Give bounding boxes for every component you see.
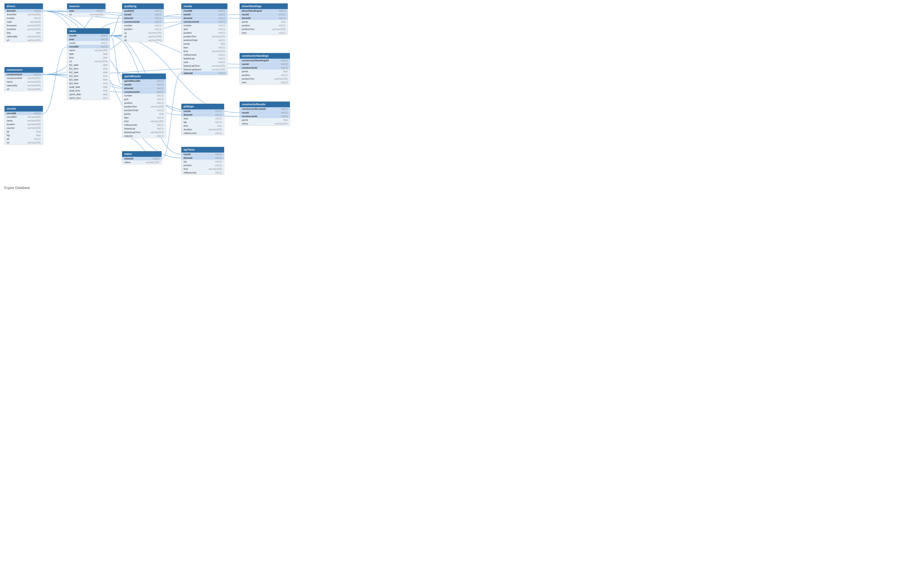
col-type: int(11) bbox=[219, 39, 225, 41]
table-row: numberint(11) bbox=[122, 94, 166, 98]
col-name: forename bbox=[7, 24, 19, 27]
table-row: pointsfloat bbox=[240, 70, 290, 74]
col-type: int(11) bbox=[157, 124, 164, 126]
col-name: wins bbox=[242, 81, 249, 84]
col-type: int(11) bbox=[281, 115, 288, 118]
col-type: varchar(255) bbox=[212, 35, 225, 38]
table-row: positionTextvarchar(255) bbox=[240, 77, 290, 81]
table-row: millisecondsint(11) bbox=[181, 53, 227, 57]
col-type: float bbox=[220, 43, 225, 45]
col-type: date bbox=[103, 78, 108, 81]
table-row: namevarchar(255) bbox=[5, 119, 43, 123]
table-row: q2varchar(255) bbox=[122, 35, 164, 38]
table-row: constructorIdint(11) bbox=[122, 90, 166, 94]
col-name: time bbox=[184, 168, 190, 170]
table-row: raceIdint(11) bbox=[181, 110, 224, 113]
table-row: fastestLapTimevarchar(255) bbox=[122, 131, 166, 134]
table-seasons: seasonsyearint(11)urlvarchar(255) bbox=[67, 3, 106, 16]
table-header-driverStandings: driverStandings bbox=[240, 3, 288, 9]
col-type: int(11) bbox=[101, 42, 108, 44]
col-type: int(11) bbox=[281, 67, 288, 69]
col-type: varchar(255) bbox=[28, 28, 41, 30]
col-type: int(11) bbox=[157, 87, 164, 90]
col-name: milliseconds bbox=[184, 132, 199, 134]
col-name: code bbox=[7, 21, 14, 23]
col-type: time bbox=[103, 89, 108, 92]
col-name: name bbox=[7, 80, 15, 83]
table-header-qualifying: qualifying bbox=[122, 3, 164, 9]
table-circuits: circuitscircuitIdint(11)circuitRefvarcha… bbox=[4, 106, 43, 145]
col-type: int(11) bbox=[157, 98, 164, 101]
table-row: numberint(11) bbox=[122, 24, 164, 28]
table-drivers: driversdriverIdint(11)driverRefvarchar(2… bbox=[4, 3, 43, 42]
table-row: raceIdint(11) bbox=[181, 13, 227, 16]
table-header-circuits: circuits bbox=[5, 106, 43, 111]
col-type: time bbox=[103, 56, 108, 59]
col-type: int(11) bbox=[219, 31, 225, 34]
col-name: driverId bbox=[184, 157, 194, 159]
table-row: lapsint(11) bbox=[122, 116, 166, 119]
col-name: number bbox=[7, 17, 17, 20]
col-name: number bbox=[124, 24, 134, 27]
col-name: name bbox=[7, 119, 15, 122]
col-type: int(11) bbox=[279, 17, 286, 20]
table-row: lngfloat bbox=[5, 134, 43, 137]
col-type: varchar(255) bbox=[90, 13, 103, 16]
col-name: dob bbox=[7, 31, 13, 34]
col-type: int(11) bbox=[219, 13, 225, 16]
col-type: int(11) bbox=[155, 13, 162, 16]
table-header-constructors: constructors bbox=[5, 67, 43, 73]
table-row: latfloat bbox=[5, 130, 43, 134]
col-name: constructorId bbox=[242, 67, 259, 69]
table-row: countryvarchar(255) bbox=[5, 126, 43, 130]
table-row: sprint_timetime bbox=[67, 96, 110, 100]
table-row: constructorIdint(11) bbox=[181, 20, 227, 24]
col-type: int(11) bbox=[281, 74, 288, 76]
table-row: constructorIdint(11) bbox=[240, 114, 290, 118]
col-type: date bbox=[103, 71, 108, 74]
col-type: int(11) bbox=[153, 157, 159, 160]
col-type: varchar(255) bbox=[28, 80, 41, 83]
table-row: urlvarchar(255) bbox=[5, 87, 43, 91]
table-header-sprintResults: sprintResults bbox=[122, 74, 166, 79]
table-row: fastestLapSpeedvarchar(255) bbox=[181, 68, 227, 71]
col-name: driverId bbox=[242, 17, 253, 20]
col-type: varchar(255) bbox=[28, 84, 41, 87]
col-name: number bbox=[184, 24, 194, 27]
col-name: status bbox=[124, 161, 133, 164]
col-name: fastestLapTime bbox=[184, 64, 202, 67]
table-constructorStandings: constructorStandingsconstructorStandings… bbox=[239, 53, 290, 85]
table-row: positionTextvarchar(255) bbox=[181, 35, 227, 38]
table-header-lapTimes: lapTimes bbox=[181, 147, 224, 152]
table-row: raceIdint(11) bbox=[122, 13, 164, 16]
table-row: lapsint(11) bbox=[181, 46, 227, 49]
table-row: millisecondsint(11) bbox=[122, 123, 166, 127]
col-type: varchar(255) bbox=[272, 28, 286, 30]
table-row: fastestLapint(11) bbox=[181, 57, 227, 61]
col-name: grid bbox=[124, 98, 130, 101]
table-row: codevarchar(3) bbox=[5, 20, 43, 24]
col-name: laps bbox=[124, 116, 131, 119]
table-header-constructorResults: constructorResults bbox=[240, 101, 290, 107]
table-qualifying: qualifyingqualifyIdint(11)raceIdint(11)d… bbox=[122, 3, 164, 42]
table-row: positionint(11) bbox=[181, 31, 227, 35]
col-type: varchar(255) bbox=[212, 64, 225, 67]
col-type: float bbox=[281, 21, 286, 23]
table-row: yearint(11) bbox=[67, 9, 106, 13]
table-header-status: status bbox=[122, 151, 162, 157]
col-type: int(11) bbox=[215, 160, 222, 163]
table-row: fastestLapint(11) bbox=[122, 127, 166, 131]
col-name: circuitId bbox=[69, 45, 81, 48]
col-type: int(11) bbox=[219, 28, 225, 30]
table-header-drivers: drivers bbox=[5, 3, 43, 9]
col-type: varchar(255) bbox=[212, 50, 225, 52]
table-pitStops: pitStopsraceIdint(11)driverIdint(11)stop… bbox=[181, 103, 224, 135]
col-type: varchar(3) bbox=[30, 21, 41, 23]
col-name: country bbox=[7, 127, 16, 129]
col-name: raceId bbox=[242, 13, 251, 16]
table-row: fp3_timetime bbox=[67, 82, 110, 85]
table-row: millisecondsint(11) bbox=[181, 171, 224, 175]
table-row: positionOrderint(11) bbox=[122, 108, 166, 112]
table-row: winsint(11) bbox=[240, 81, 290, 84]
table-row: timevarchar(255) bbox=[122, 119, 166, 123]
